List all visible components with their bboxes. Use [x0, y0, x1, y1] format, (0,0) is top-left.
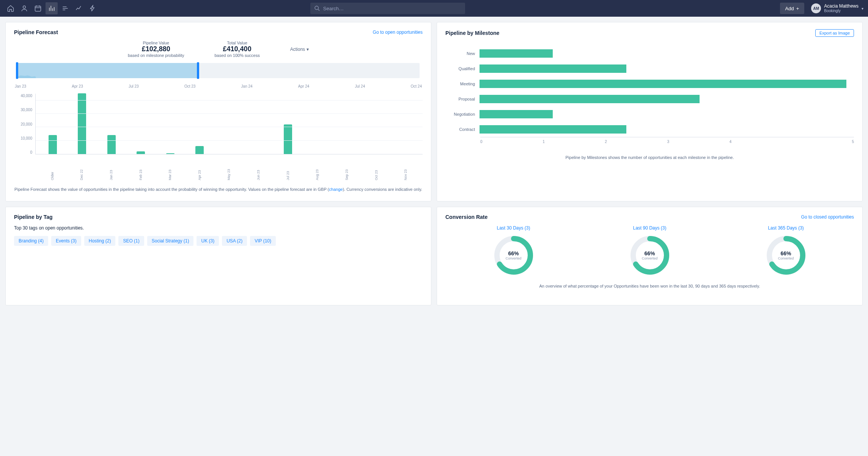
user-menu[interactable]: AM Acacia Matthews Bookingly ▾ [811, 3, 863, 13]
conversion-explain: An overview of what percentage of your O… [445, 283, 854, 289]
donut-label: Converted [642, 256, 658, 260]
change-currency-link[interactable]: change [329, 187, 343, 192]
actions-label: Actions [290, 47, 305, 52]
forecast-bar-chart: 40,00030,00020,00010,0000 [14, 94, 423, 162]
x-tick: Dec 22 [80, 164, 83, 180]
x-tick: 2 [605, 140, 667, 144]
list-icon[interactable] [59, 2, 71, 14]
donut-label: Converted [506, 256, 522, 260]
chevron-down-icon: ▾ [307, 47, 309, 52]
chevron-down-icon: ▾ [862, 6, 863, 11]
conversion-period: Last 30 Days (3)66%Converted [493, 225, 535, 276]
range-axis: Jan 23Apr 23Jul 23Oct 23Jan 24Apr 24Jul … [14, 83, 423, 88]
bar[interactable] [78, 93, 86, 154]
tag-pill[interactable]: VIP (10) [250, 236, 276, 246]
x-tick: Sep 23 [345, 164, 349, 180]
x-tick: Mar 23 [168, 164, 172, 180]
search-input[interactable] [310, 3, 465, 14]
open-opportunities-link[interactable]: Go to open opportunities [373, 30, 423, 35]
x-tick: Aug 23 [315, 164, 319, 180]
person-icon[interactable] [18, 2, 30, 14]
home-icon[interactable] [5, 2, 17, 14]
closed-opportunities-link[interactable]: Go to closed opportunities [801, 214, 854, 220]
stat-pipeline-value: Pipeline Value £102,880 based on milesto… [128, 41, 184, 58]
user-org: Bookingly [824, 9, 859, 13]
top-nav: Add + AM Acacia Matthews Bookingly ▾ [0, 0, 868, 17]
donut-chart: 66%Converted [629, 234, 671, 276]
card-title: Pipeline by Milestone [445, 30, 499, 36]
plot-area [35, 94, 423, 154]
milestone-bar[interactable] [480, 64, 626, 73]
card-title: Pipeline by Tag [14, 214, 53, 220]
export-image-button[interactable]: Export as Image [815, 29, 854, 37]
range-handle-start[interactable] [16, 62, 18, 79]
actions-dropdown[interactable]: Actions ▾ [290, 47, 309, 52]
x-tick: Jan 23 [109, 164, 113, 180]
conversion-period-link[interactable]: Last 90 Days (3) [633, 225, 666, 231]
milestone-bar[interactable] [480, 49, 553, 58]
stat-sub: based on 100% success [214, 53, 259, 58]
bar[interactable] [137, 151, 145, 154]
card-conversion-rate: Conversion Rate Go to closed opportuniti… [437, 207, 863, 305]
y-tick: 10,000 [14, 136, 32, 140]
tag-intro: Top 30 tags on open opportunities. [14, 225, 423, 231]
milestone-bar[interactable] [480, 125, 626, 134]
tag-pill[interactable]: Social Strategy (1) [147, 236, 194, 246]
tag-pill[interactable]: UK (3) [197, 236, 219, 246]
milestone-row: Contract [449, 122, 846, 137]
svg-rect-1 [35, 6, 41, 11]
range-tick: Oct 23 [184, 84, 195, 88]
range-tick: Jul 24 [355, 84, 365, 88]
x-tick: Feb 23 [139, 164, 143, 180]
y-axis: 40,00030,00020,00010,0000 [14, 94, 35, 154]
x-tick: Nov 23 [404, 164, 407, 180]
milestone-label: Meeting [449, 82, 480, 86]
donut-chart: 66%Converted [493, 234, 535, 276]
y-tick: 40,000 [14, 94, 32, 98]
range-tick: Oct 24 [410, 84, 421, 88]
range-handle-end[interactable] [197, 62, 199, 79]
milestone-bar[interactable] [480, 80, 846, 88]
search-icon [314, 5, 320, 13]
add-button-label: Add [785, 6, 794, 11]
x-tick: Jul 23 [286, 164, 290, 180]
bars-chart-icon[interactable] [46, 2, 58, 14]
milestone-row: Qualified [449, 61, 846, 76]
conversion-period: Last 365 Days (3)66%Converted [765, 225, 807, 276]
milestone-label: New [449, 51, 480, 56]
tag-pill[interactable]: Hosting (2) [84, 236, 116, 246]
line-chart-icon[interactable] [73, 2, 85, 14]
date-range-slider[interactable] [17, 63, 420, 80]
card-pipeline-forecast: Pipeline Forecast Go to open opportuniti… [5, 22, 431, 201]
milestone-bar-chart: NewQualifiedMeetingProposalNegotiationCo… [445, 42, 854, 137]
bar[interactable] [195, 146, 204, 154]
tag-pill[interactable]: Events (3) [51, 236, 81, 246]
donut-percent: 66% [780, 250, 791, 256]
x-tick: 3 [667, 140, 730, 144]
milestone-x-axis: 012345 [480, 137, 854, 144]
tag-pill[interactable]: USA (2) [222, 236, 247, 246]
donut-percent: 66% [644, 250, 655, 256]
global-search[interactable] [310, 3, 568, 14]
x-axis: OlderDec 22Jan 23Feb 23Mar 23Apr 23May 2… [35, 162, 423, 180]
y-tick: 30,000 [14, 108, 32, 112]
bar[interactable] [107, 135, 116, 154]
donut-percent: 66% [508, 250, 519, 256]
add-button[interactable]: Add + [780, 3, 805, 14]
milestone-row: Negotiation [449, 107, 846, 122]
stat-value: £410,400 [214, 45, 259, 53]
bolt-icon[interactable] [86, 2, 99, 14]
milestone-explain: Pipeline by Milestones shows the number … [445, 154, 854, 161]
milestone-bar[interactable] [480, 95, 700, 103]
tag-pill[interactable]: SEO (1) [118, 236, 144, 246]
x-tick: 5 [792, 140, 854, 144]
milestone-bar[interactable] [480, 110, 553, 118]
bar[interactable] [284, 124, 292, 154]
bar[interactable] [166, 153, 175, 154]
tag-pill[interactable]: Branding (4) [14, 236, 48, 246]
calendar-icon[interactable] [32, 2, 44, 14]
conversion-period-link[interactable]: Last 365 Days (3) [768, 225, 804, 231]
conversion-period-link[interactable]: Last 30 Days (3) [497, 225, 530, 231]
milestone-label: Negotiation [449, 112, 480, 116]
bar[interactable] [49, 135, 57, 154]
